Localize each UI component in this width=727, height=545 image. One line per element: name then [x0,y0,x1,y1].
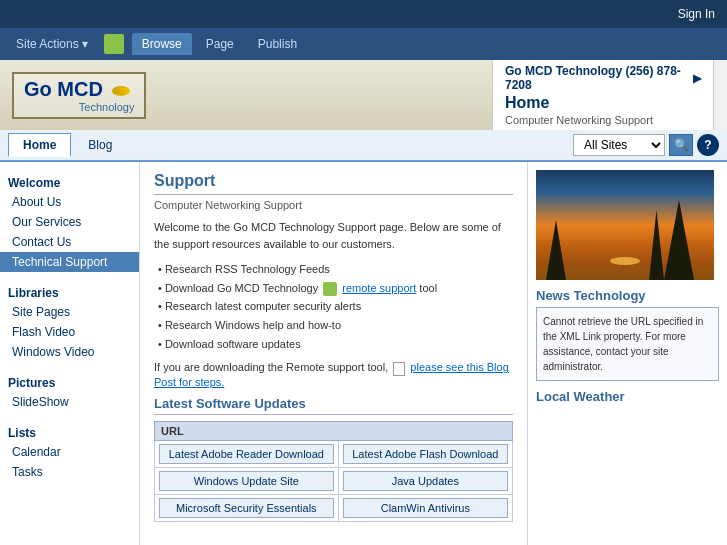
ms-security-btn[interactable]: Microsoft Security Essentials [159,498,334,518]
title-arrow-icon: ▶ [693,72,701,85]
ribbon-page[interactable]: Page [196,33,244,55]
adobe-reader-btn[interactable]: Latest Adobe Reader Download [159,444,334,464]
ribbon: Site Actions ▾ Browse Page Publish [0,28,727,60]
logo-icon [112,86,130,96]
sunset-image [536,170,714,280]
sidebar-item-technical-support[interactable]: Technical Support [0,252,139,272]
site-actions-label: Site Actions [16,37,79,51]
logo-box: Go MCD Technology [12,72,146,119]
support-list: • Research RSS Technology Feeds • Downlo… [154,260,513,353]
site-title-top: Go MCD Technology (256) 878-7208 ▶ [505,64,701,92]
news-title: News Technology [536,288,719,303]
nav-tab-home[interactable]: Home [8,133,71,157]
site-logo-area: Go MCD Technology [0,60,493,130]
support-desc: Welcome to the Go MCD Technology Support… [154,219,513,252]
sidebar-section-libraries: Libraries [0,280,139,302]
adobe-flash-btn[interactable]: Latest Adobe Flash Download [343,444,508,464]
table-row: Microsoft Security Essentials ClamWin An… [155,494,513,521]
ribbon-app-icon [104,34,124,54]
sidebar-item-slideshow[interactable]: SlideShow [0,392,139,412]
updates-col-header: URL [155,421,513,440]
support-title: Support [154,172,513,195]
sun-reflection [610,257,640,265]
table-cell: Windows Update Site [155,467,339,494]
windows-update-btn[interactable]: Windows Update Site [159,471,334,491]
support-subtitle: Computer Networking Support [154,199,513,211]
main-layout: Welcome About Us Our Services Contact Us… [0,162,727,545]
nav-tab-blog[interactable]: Blog [73,133,127,157]
list-item: • Research RSS Technology Feeds [154,260,513,279]
search-button[interactable]: 🔍 [669,134,693,156]
site-title-area: Go MCD Technology (256) 878-7208 ▶ Home … [493,60,713,130]
right-panel: News Technology Cannot retrieve the URL … [527,162,727,545]
site-title-text: Go MCD Technology (256) 878-7208 [505,64,689,92]
logo-text: Go MCD [24,78,103,100]
sidebar: Welcome About Us Our Services Contact Us… [0,162,140,545]
site-subtitle: Computer Networking Support [505,114,701,126]
main-content: Support Computer Networking Support Welc… [140,162,527,545]
search-scope-select[interactable]: All Sites [573,134,665,156]
header-scrollbar[interactable] [713,60,727,130]
nav-search-area: All Sites 🔍 ? [573,134,719,156]
doc-icon [393,362,405,376]
sidebar-item-our-services[interactable]: Our Services [0,212,139,232]
weather-title: Local Weather [536,389,719,404]
sign-in-link[interactable]: Sign In [678,7,715,21]
list-item: • Research Windows help and how-to [154,316,513,335]
list-item: • Download Go MCD Technology remote supp… [154,279,513,298]
sidebar-item-about-us[interactable]: About Us [0,192,139,212]
sidebar-item-flash-video[interactable]: Flash Video [0,322,139,342]
sidebar-item-windows-video[interactable]: Windows Video [0,342,139,362]
list-item: • Research latest computer security aler… [154,297,513,316]
table-row: Windows Update Site Java Updates [155,467,513,494]
table-cell: Latest Adobe Flash Download [338,440,512,467]
news-box: Cannot retrieve the URL specified in the… [536,307,719,381]
sidebar-section-lists: Lists [0,420,139,442]
table-cell: Java Updates [338,467,512,494]
site-header: Go MCD Technology Go MCD Technology (256… [0,60,727,130]
java-updates-btn[interactable]: Java Updates [343,471,508,491]
blog-post-link[interactable]: please see this Blog Post for steps. [154,361,509,387]
sidebar-section-welcome: Welcome [0,170,139,192]
updates-section: Latest Software Updates URL Latest Adobe… [154,396,513,522]
chevron-down-icon: ▾ [82,37,88,51]
ribbon-publish[interactable]: Publish [248,33,307,55]
sidebar-item-calendar[interactable]: Calendar [0,442,139,462]
remote-support-link[interactable]: remote support [342,282,416,294]
blog-post-note: If you are downloading the Remote suppor… [154,361,513,387]
ribbon-browse[interactable]: Browse [132,33,192,55]
help-button[interactable]: ? [697,134,719,156]
nav-bar: Home Blog All Sites 🔍 ? [0,130,727,162]
sidebar-item-contact-us[interactable]: Contact Us [0,232,139,252]
updates-title: Latest Software Updates [154,396,513,415]
table-cell: ClamWin Antivirus [338,494,512,521]
content-area: Support Computer Networking Support Welc… [140,162,727,545]
table-cell: Latest Adobe Reader Download [155,440,339,467]
updates-table: URL Latest Adobe Reader Download Latest … [154,421,513,522]
sidebar-item-tasks[interactable]: Tasks [0,462,139,482]
logo-technology: Technology [24,101,134,113]
top-bar: Sign In [0,0,727,28]
site-actions-menu[interactable]: Site Actions ▾ [8,33,96,55]
sidebar-item-site-pages[interactable]: Site Pages [0,302,139,322]
tool-icon [323,282,337,296]
table-row: Latest Adobe Reader Download Latest Adob… [155,440,513,467]
news-text: Cannot retrieve the URL specified in the… [543,316,703,372]
clamwin-btn[interactable]: ClamWin Antivirus [343,498,508,518]
site-home-title: Home [505,94,701,112]
table-cell: Microsoft Security Essentials [155,494,339,521]
list-item: • Download software updates [154,335,513,354]
sidebar-section-pictures: Pictures [0,370,139,392]
